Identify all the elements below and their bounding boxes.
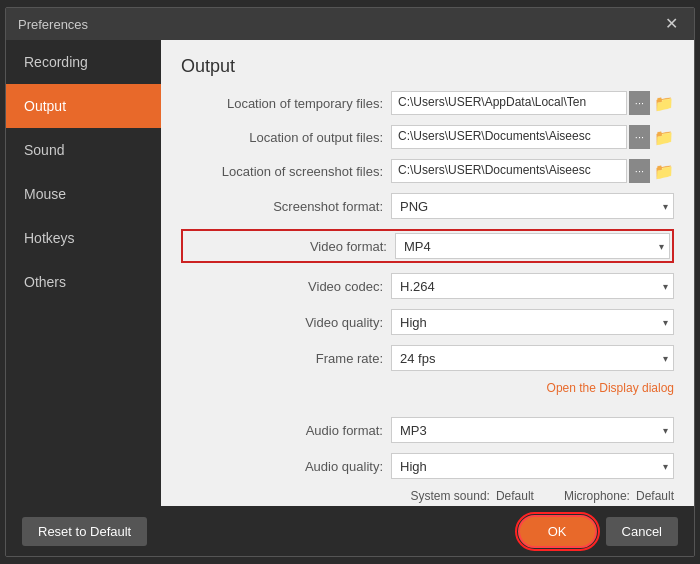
folder-icon: 📁 [654, 129, 674, 146]
open-display-link-row: Open the Display dialog [181, 381, 674, 395]
audio-quality-row: Audio quality: High ▾ [181, 453, 674, 479]
screenshot-files-path-container: C:\Users\USER\Documents\Aiseesc ··· 📁 [391, 159, 674, 183]
open-display-dialog-link[interactable]: Open the Display dialog [547, 381, 674, 395]
system-sound-info-value: Default [496, 489, 534, 503]
frame-rate-select-container: 24 fps ▾ [391, 345, 674, 371]
temp-files-row: Location of temporary files: C:\Users\US… [181, 91, 674, 115]
frame-rate-select[interactable]: 24 fps [391, 345, 674, 371]
sidebar-item-hotkeys[interactable]: Hotkeys [6, 216, 161, 260]
temp-files-label: Location of temporary files: [181, 96, 391, 111]
temp-files-path-container: C:\Users\USER\AppData\Local\Ten ··· 📁 [391, 91, 674, 115]
main-content: Recording Output Sound Mouse Hotkeys Oth… [6, 40, 694, 506]
content-area: Output Location of temporary files: C:\U… [161, 40, 694, 506]
screenshot-format-row: Screenshot format: PNG ▾ [181, 193, 674, 219]
reset-to-default-button[interactable]: Reset to Default [22, 517, 147, 546]
cancel-button[interactable]: Cancel [606, 517, 678, 546]
title-bar: Preferences ✕ [6, 8, 694, 40]
microphone-info-value: Default [636, 489, 674, 503]
sidebar-item-recording[interactable]: Recording [6, 40, 161, 84]
screenshot-files-path: C:\Users\USER\Documents\Aiseesc [391, 159, 627, 183]
output-files-path: C:\Users\USER\Documents\Aiseesc [391, 125, 627, 149]
screenshot-format-label: Screenshot format: [181, 199, 391, 214]
audio-format-row: Audio format: MP3 ▾ [181, 417, 674, 443]
screenshot-format-select[interactable]: PNG [391, 193, 674, 219]
video-quality-select-container: High ▾ [391, 309, 674, 335]
video-format-select-container: MP4 ▾ [395, 233, 670, 259]
output-files-folder-button[interactable]: 📁 [654, 128, 674, 147]
output-files-path-container: C:\Users\USER\Documents\Aiseesc ··· 📁 [391, 125, 674, 149]
temp-files-folder-button[interactable]: 📁 [654, 94, 674, 113]
video-quality-select[interactable]: High [391, 309, 674, 335]
video-codec-row: Video codec: H.264 ▾ [181, 273, 674, 299]
video-quality-row: Video quality: High ▾ [181, 309, 674, 335]
sidebar: Recording Output Sound Mouse Hotkeys Oth… [6, 40, 161, 506]
frame-rate-label: Frame rate: [181, 351, 391, 366]
frame-rate-row: Frame rate: 24 fps ▾ [181, 345, 674, 371]
screenshot-format-select-container: PNG ▾ [391, 193, 674, 219]
video-format-row: Video format: MP4 ▾ [185, 233, 670, 259]
close-button[interactable]: ✕ [661, 14, 682, 34]
video-format-select[interactable]: MP4 [395, 233, 670, 259]
folder-icon: 📁 [654, 95, 674, 112]
system-sound-info: System sound: Default [411, 489, 534, 503]
bottom-bar: Reset to Default OK Cancel [6, 506, 694, 556]
sidebar-item-others[interactable]: Others [6, 260, 161, 304]
dialog-title: Preferences [18, 17, 88, 32]
screenshot-files-row: Location of screenshot files: C:\Users\U… [181, 159, 674, 183]
microphone-info: Microphone: Default [564, 489, 674, 503]
output-files-row: Location of output files: C:\Users\USER\… [181, 125, 674, 149]
bottom-right-buttons: OK Cancel [515, 512, 678, 551]
audio-quality-select-container: High ▾ [391, 453, 674, 479]
video-codec-select-container: H.264 ▾ [391, 273, 674, 299]
output-files-dots-button[interactable]: ··· [629, 125, 650, 149]
video-quality-label: Video quality: [181, 315, 391, 330]
system-sound-info-label: System sound: [411, 489, 490, 503]
audio-format-select-container: MP3 ▾ [391, 417, 674, 443]
temp-files-dots-button[interactable]: ··· [629, 91, 650, 115]
microphone-info-label: Microphone: [564, 489, 630, 503]
screenshot-files-label: Location of screenshot files: [181, 164, 391, 179]
screenshot-files-dots-button[interactable]: ··· [629, 159, 650, 183]
preferences-dialog: Preferences ✕ Recording Output Sound Mou… [5, 7, 695, 557]
system-info-row: System sound: Default Microphone: Defaul… [181, 489, 674, 503]
output-files-label: Location of output files: [181, 130, 391, 145]
audio-format-select[interactable]: MP3 [391, 417, 674, 443]
section-title: Output [181, 56, 674, 77]
sidebar-item-output[interactable]: Output [6, 84, 161, 128]
temp-files-path: C:\Users\USER\AppData\Local\Ten [391, 91, 627, 115]
ok-button-wrapper: OK [515, 512, 600, 551]
audio-quality-select[interactable]: High [391, 453, 674, 479]
audio-format-label: Audio format: [181, 423, 391, 438]
folder-icon: 📁 [654, 163, 674, 180]
sidebar-item-sound[interactable]: Sound [6, 128, 161, 172]
audio-quality-label: Audio quality: [181, 459, 391, 474]
ok-button[interactable]: OK [518, 515, 597, 548]
screenshot-files-folder-button[interactable]: 📁 [654, 162, 674, 181]
video-codec-label: Video codec: [181, 279, 391, 294]
sidebar-item-mouse[interactable]: Mouse [6, 172, 161, 216]
video-codec-select[interactable]: H.264 [391, 273, 674, 299]
video-format-label: Video format: [185, 239, 395, 254]
video-format-highlighted-row: Video format: MP4 ▾ [181, 229, 674, 263]
